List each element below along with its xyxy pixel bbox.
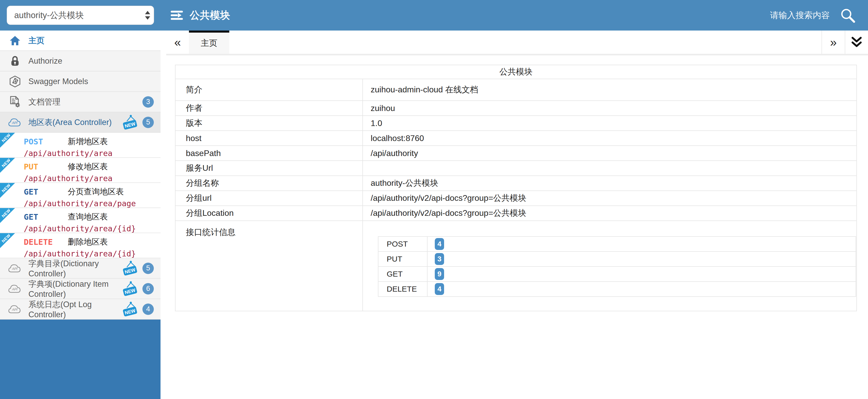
new-tag-icon: NEW <box>121 301 139 317</box>
table-row: 简介 zuihou-admin-cloud 在线文档 <box>175 79 857 101</box>
api-path: /api/authority/area/{id} <box>24 249 156 258</box>
row-label: 简介 <box>175 79 363 101</box>
sidebar-item-swagger-models[interactable]: Swagger Models <box>0 72 160 92</box>
sidebar-item-label: 字典项(Dictionary Item Controller) <box>28 279 121 299</box>
row-label: 分组Location <box>175 206 363 221</box>
sidebar: 主页 Authorize S <box>0 31 160 399</box>
api-item-post-area[interactable]: NEW POST 新增地区表 /api/authority/area <box>0 133 160 158</box>
search-icon[interactable] <box>839 7 856 24</box>
row-value: /api/authority/v2/api-docs?group=公共模块 <box>363 191 857 206</box>
sidebar-item-area-controller[interactable]: API 地区表(Area Controller) NEW 5 <box>0 112 160 133</box>
sidebar-item-dictionary-item-controller[interactable]: API 字典项(Dictionary Item Controller) NEW … <box>0 279 160 299</box>
row-label: 版本 <box>175 116 363 131</box>
count-badge: 3 <box>435 253 444 265</box>
swagger-bootstrap-ui-screen: authority-公共模块 公共模块 <box>0 0 868 399</box>
row-label: 分组名称 <box>175 176 363 191</box>
lock-icon <box>8 56 22 66</box>
svg-text:API: API <box>12 267 18 270</box>
count-badge: 5 <box>143 263 154 274</box>
new-ribbon-icon: NEW <box>0 208 17 225</box>
document-gear-icon <box>8 96 22 108</box>
table-row: 分组名称 authority-公共模块 <box>175 176 857 191</box>
new-tag-icon: NEW <box>121 281 139 297</box>
row-value <box>363 161 857 176</box>
row-value: localhost:8760 <box>363 131 857 146</box>
table-row: 分组url /api/authority/v2/api-docs?group=公… <box>175 191 857 206</box>
api-item-put-area[interactable]: NEW PUT 修改地区表 /api/authority/area <box>0 158 160 183</box>
header-bar: authority-公共模块 公共模块 <box>0 0 868 31</box>
sidebar-item-authorize[interactable]: Authorize <box>0 51 160 72</box>
api-name: 删除地区表 <box>68 236 108 247</box>
count-badge: 9 <box>435 268 444 280</box>
new-ribbon-icon: NEW <box>0 133 17 150</box>
api-cloud-icon: API <box>8 263 22 274</box>
table-row: 分组Location /api/authority/v2/api-docs?gr… <box>175 206 857 221</box>
new-ribbon-icon: NEW <box>0 158 17 175</box>
api-item-get-area-page[interactable]: NEW GET 分页查询地区表 /api/authority/area/page <box>0 183 160 208</box>
method-label: GET <box>24 212 68 222</box>
sidebar-item-label: 主页 <box>28 35 44 46</box>
layout-arrow-icon <box>170 9 184 22</box>
sidebar-item-doc-manage[interactable]: 文档管理 3 <box>0 92 160 112</box>
row-label: 作者 <box>175 101 363 116</box>
tabs-scroll-right-button[interactable]: » <box>822 31 845 54</box>
stats-count-cell: 4 <box>427 236 856 252</box>
tabs-scroll-left-button[interactable]: « <box>166 31 189 54</box>
row-label: host <box>175 131 363 146</box>
stats-method: PUT <box>378 252 427 266</box>
row-label: 分组url <box>175 191 363 206</box>
api-name: 查询地区表 <box>68 211 108 222</box>
api-path: /api/authority/area <box>24 174 156 183</box>
stats-row: GET 9 <box>378 266 856 282</box>
sidebar-item-dictionary-controller[interactable]: API 字典目录(Dictionary Controller) NEW 5 <box>0 258 160 279</box>
sidebar-item-label: Swagger Models <box>28 77 88 86</box>
search-input[interactable] <box>718 10 830 21</box>
group-select-value: authority-公共模块 <box>14 9 143 21</box>
method-label: POST <box>24 137 68 146</box>
new-tag-icon: NEW <box>121 260 139 276</box>
main-content: 公共模块 简介 zuihou-admin-cloud 在线文档 作者 zuiho… <box>175 65 857 311</box>
app-brand: 公共模块 <box>170 8 230 22</box>
stats-row: DELETE 4 <box>378 282 856 296</box>
stats-method: POST <box>378 236 427 252</box>
sidebar-item-label: 字典目录(Dictionary Controller) <box>28 258 121 278</box>
svg-text:API: API <box>12 308 18 312</box>
api-item-delete-area[interactable]: NEW DELETE 删除地区表 /api/authority/area/{id… <box>0 233 160 258</box>
method-label: DELETE <box>24 237 68 247</box>
tab-bar-right-controls: » <box>822 31 868 54</box>
count-badge: 4 <box>435 238 444 250</box>
stats-row: PUT 3 <box>378 252 856 266</box>
tab-label: 主页 <box>201 37 217 49</box>
api-name: 修改地区表 <box>68 161 108 172</box>
row-value: /api/authority/v2/api-docs?group=公共模块 <box>363 206 857 221</box>
api-path: /api/authority/area/page <box>24 199 156 208</box>
tab-bar: « 主页 » <box>166 31 868 55</box>
header-search <box>718 7 856 24</box>
tabs-collapse-all-button[interactable] <box>845 31 868 54</box>
row-value: 1.0 <box>363 116 857 131</box>
row-label: basePath <box>175 146 363 161</box>
stats-count-cell: 9 <box>427 266 856 282</box>
sidebar-item-label: 文档管理 <box>28 96 61 107</box>
svg-text:API: API <box>12 287 18 291</box>
new-ribbon-icon: NEW <box>0 183 17 200</box>
api-path: /api/authority/area/{id} <box>24 224 156 233</box>
row-value: zuihou-admin-cloud 在线文档 <box>363 79 857 101</box>
api-item-get-area-id[interactable]: NEW GET 查询地区表 /api/authority/area/{id} <box>0 208 160 233</box>
sidebar-item-home[interactable]: 主页 <box>0 31 160 51</box>
row-label: 接口统计信息 <box>175 221 363 311</box>
group-select[interactable]: authority-公共模块 <box>7 6 154 25</box>
table-row: 版本 1.0 <box>175 116 857 131</box>
row-value: /api/authority <box>363 146 857 161</box>
stats-method: DELETE <box>378 282 427 296</box>
api-cloud-icon: API <box>8 284 22 294</box>
select-spinner-icon <box>145 11 150 20</box>
tab-home[interactable]: 主页 <box>189 31 229 54</box>
count-badge: 3 <box>143 96 154 108</box>
sidebar-item-opt-log-controller[interactable]: API 系统日志(Opt Log Controller) NEW 4 <box>0 299 160 319</box>
chevron-double-down-icon <box>849 35 864 49</box>
table-row: 服务Url <box>175 161 857 176</box>
method-label: PUT <box>24 162 68 171</box>
svg-text:API: API <box>12 121 18 125</box>
stats-count-cell: 3 <box>427 252 856 266</box>
